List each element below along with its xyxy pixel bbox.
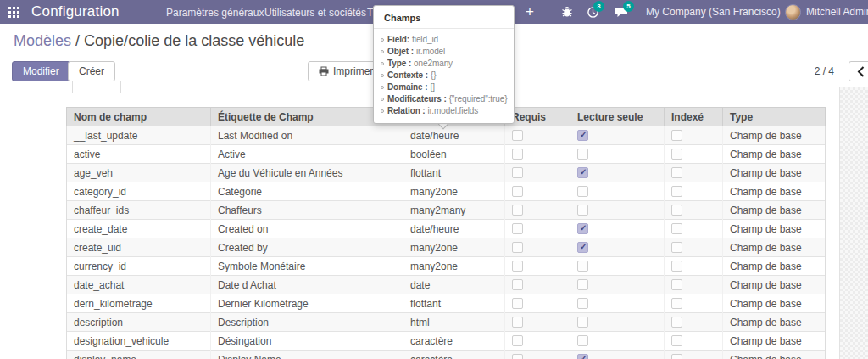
lecture-seule-checkbox[interactable] xyxy=(577,205,588,216)
indexe-checkbox[interactable] xyxy=(671,335,682,346)
popover-item: Domaine :[] xyxy=(381,81,510,93)
cell-ttype: many2one xyxy=(403,238,505,257)
column-header-5[interactable]: Indexé xyxy=(665,108,723,126)
column-header-0[interactable]: Nom de champ xyxy=(67,108,211,126)
cell-ttype: flottant xyxy=(403,164,505,182)
cell-name: age_veh xyxy=(67,164,211,182)
messages-badge: 5 xyxy=(623,1,634,12)
indexe-checkbox[interactable] xyxy=(671,354,682,359)
column-header-6[interactable]: Type xyxy=(723,108,826,126)
cell-name: display_name xyxy=(67,351,211,359)
table-row[interactable]: designation_vehiculeDésingationcaractère… xyxy=(67,332,826,351)
indexe-checkbox[interactable] xyxy=(671,242,682,253)
requis-checkbox[interactable] xyxy=(512,335,523,346)
indexe-checkbox[interactable] xyxy=(671,149,682,160)
quick-create-button[interactable]: + xyxy=(526,0,534,24)
menu-item-1[interactable]: Utilisateurs et sociétés xyxy=(264,7,366,19)
pager-previous-button[interactable] xyxy=(849,61,868,81)
indexe-checkbox[interactable] xyxy=(671,186,682,197)
indexe-checkbox[interactable] xyxy=(671,317,682,328)
edit-button[interactable]: Modifier xyxy=(12,61,70,81)
indexe-checkbox[interactable] xyxy=(671,130,682,141)
cell-label: Date d Achat xyxy=(211,276,403,294)
apps-grid-icon[interactable] xyxy=(8,7,19,18)
cell-name: active xyxy=(67,145,211,164)
cell-requis xyxy=(505,238,570,257)
messages-button[interactable]: 5 xyxy=(615,0,630,24)
table-row[interactable]: dern_kilometrageDernier Kilométrageflott… xyxy=(67,294,826,313)
table-row[interactable]: category_idCatégoriemany2oneChamp de bas… xyxy=(67,182,826,201)
tab-champs[interactable] xyxy=(72,81,121,93)
requis-checkbox[interactable] xyxy=(512,279,523,290)
table-row[interactable]: activeActivebooléenChamp de base xyxy=(67,145,826,164)
app-title[interactable]: Configuration xyxy=(31,3,120,20)
table-row[interactable]: currency_idSymbole Monétairemany2oneCham… xyxy=(67,257,826,276)
lecture-seule-checkbox[interactable] xyxy=(577,186,588,197)
table-row[interactable]: chaffeur_idsChaffeursmany2manyChamp de b… xyxy=(67,201,826,220)
cell-ttype: flottant xyxy=(403,294,505,313)
indexe-checkbox[interactable] xyxy=(671,279,682,290)
cell-indexe xyxy=(665,351,723,359)
cell-label: Display Name xyxy=(211,351,403,359)
cell-indexe xyxy=(665,294,723,313)
table-row[interactable]: descriptionDescriptionhtmlChamp de base xyxy=(67,313,826,332)
indexe-checkbox[interactable] xyxy=(671,261,682,272)
chevron-left-icon xyxy=(857,66,865,77)
requis-checkbox[interactable] xyxy=(512,223,523,234)
lecture-seule-checkbox[interactable] xyxy=(577,279,588,290)
column-header-3[interactable]: Requis xyxy=(505,108,570,126)
indexe-checkbox[interactable] xyxy=(671,223,682,234)
create-button[interactable]: Créer xyxy=(68,61,115,81)
requis-checkbox[interactable] xyxy=(512,130,523,141)
cell-lecture-seule xyxy=(570,351,665,359)
requis-checkbox[interactable] xyxy=(512,317,523,328)
avatar xyxy=(785,4,801,20)
breadcrumb: Modèles / Copie/colie de la classe véhic… xyxy=(14,32,304,50)
debug-button[interactable] xyxy=(559,0,575,24)
lecture-seule-checkbox[interactable] xyxy=(577,167,588,178)
requis-checkbox[interactable] xyxy=(512,261,523,272)
lecture-seule-checkbox[interactable] xyxy=(577,242,588,253)
requis-checkbox[interactable] xyxy=(512,242,523,253)
requis-checkbox[interactable] xyxy=(512,205,523,216)
lecture-seule-checkbox[interactable] xyxy=(577,335,588,346)
lecture-seule-checkbox[interactable] xyxy=(577,149,588,160)
requis-checkbox[interactable] xyxy=(512,149,523,160)
table-row[interactable]: create_uidCreated bymany2oneChamp de bas… xyxy=(67,238,826,257)
requis-checkbox[interactable] xyxy=(512,167,523,178)
requis-checkbox[interactable] xyxy=(512,354,523,359)
table-row[interactable]: date_achatDate d AchatdateChamp de base xyxy=(67,276,826,294)
table-row[interactable]: display_nameDisplay NamecaractèreChamp d… xyxy=(67,351,826,359)
bullet-icon xyxy=(381,98,384,101)
cell-state: Champ de base xyxy=(723,238,826,257)
lecture-seule-checkbox[interactable] xyxy=(577,223,588,234)
cell-state: Champ de base xyxy=(723,164,826,182)
requis-checkbox[interactable] xyxy=(512,186,523,197)
menu-item-0[interactable]: Paramètres généraux xyxy=(166,7,264,19)
lecture-seule-checkbox[interactable] xyxy=(577,354,588,359)
lecture-seule-checkbox[interactable] xyxy=(577,130,588,141)
cell-lecture-seule xyxy=(570,164,665,182)
table-row[interactable]: age_vehAge du Véhicule en Annéesflottant… xyxy=(67,164,826,182)
table-row[interactable]: __last_updateLast Modified ondate/heureC… xyxy=(67,126,826,145)
cell-lecture-seule xyxy=(570,238,665,257)
plus-icon: + xyxy=(526,0,534,24)
table-row[interactable]: create_dateCreated ondate/heureChamp de … xyxy=(67,220,826,238)
requis-checkbox[interactable] xyxy=(512,298,523,309)
lecture-seule-checkbox[interactable] xyxy=(577,317,588,328)
cell-lecture-seule xyxy=(570,182,665,201)
cell-label: Description xyxy=(211,313,403,332)
indexe-checkbox[interactable] xyxy=(671,298,682,309)
user-menu[interactable]: Mitchell Admin ( xyxy=(785,0,868,24)
cell-ttype: booléen xyxy=(403,145,505,164)
cell-name: chaffeur_ids xyxy=(67,201,211,220)
cell-lecture-seule xyxy=(570,257,665,276)
indexe-checkbox[interactable] xyxy=(671,167,682,178)
company-switcher[interactable]: My Company (San Francisco) xyxy=(646,0,781,24)
column-header-4[interactable]: Lecture seule xyxy=(570,108,665,126)
lecture-seule-checkbox[interactable] xyxy=(577,261,588,272)
activities-button[interactable]: 3 xyxy=(585,0,600,24)
indexe-checkbox[interactable] xyxy=(671,205,682,216)
lecture-seule-checkbox[interactable] xyxy=(577,298,588,309)
breadcrumb-parent-link[interactable]: Modèles xyxy=(14,32,71,49)
